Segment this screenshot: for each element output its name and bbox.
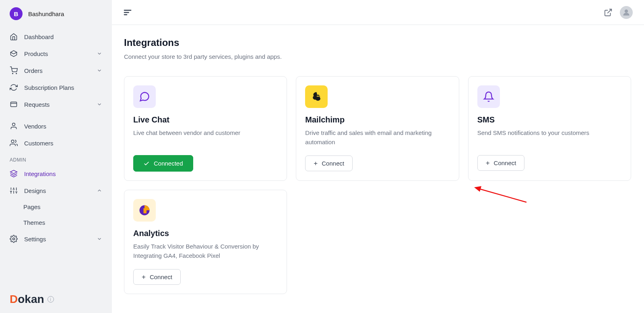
profile-block[interactable]: B Bashundhara [0, 7, 112, 28]
plus-icon: + [314, 160, 318, 167]
button-label: Connect [322, 160, 344, 167]
sidebar-item-subscription-plans[interactable]: Subscription Plans [0, 79, 112, 96]
info-icon[interactable]: i [47, 296, 54, 303]
analytics-icon [133, 199, 156, 222]
svg-point-0 [12, 73, 13, 74]
sidebar-item-integrations[interactable]: Integrations [0, 165, 112, 182]
check-icon [143, 160, 150, 167]
page-title: Integrations [124, 37, 632, 48]
sidebar-item-pages[interactable]: Pages [0, 199, 112, 215]
sidebar-item-label: Subscription Plans [24, 84, 102, 91]
sliders-icon [10, 187, 18, 195]
sidebar-item-vendors[interactable]: Vendors [0, 118, 112, 135]
svg-rect-2 [11, 102, 17, 107]
card-title: Live Chat [133, 115, 278, 124]
brand-logo: Dokan i [10, 293, 54, 306]
page-subtitle: Connect your store to 3rd party services… [124, 53, 632, 60]
integration-card-analytics: Analytics Easily Track Visitor Behaviour… [124, 190, 287, 294]
layers-icon [10, 170, 18, 178]
card-description: Easily Track Visitor Behaviour & Convers… [133, 242, 278, 260]
svg-line-19 [607, 9, 611, 13]
external-link-icon[interactable] [604, 8, 613, 17]
bell-icon [477, 85, 500, 108]
chevron-down-icon [97, 102, 102, 107]
card-description: Live chat between vendor and customer [133, 129, 278, 146]
connect-button[interactable]: + Connect [305, 155, 353, 171]
integration-card-mailchimp: Mailchimp Drive traffic and sales with e… [296, 76, 459, 181]
button-label: Connect [494, 160, 516, 166]
svg-point-4 [11, 140, 14, 143]
home-icon [10, 33, 18, 41]
chevron-down-icon [97, 68, 102, 73]
card-description: Send SMS notifications to your customers [477, 129, 622, 146]
button-label: Connected [154, 160, 183, 167]
svg-marker-5 [10, 170, 17, 174]
sidebar-item-dashboard[interactable]: Dashboard [0, 28, 112, 45]
users-icon [10, 139, 18, 147]
sidebar-item-label: Settings [24, 236, 90, 243]
svg-point-20 [625, 9, 628, 12]
integration-cards: Live Chat Live chat between vendor and c… [124, 76, 631, 294]
sidebar-item-label: Designs [24, 187, 90, 194]
user-icon [10, 122, 18, 130]
sidebar-item-customers[interactable]: Customers [0, 135, 112, 151]
sidebar-item-label: Requests [24, 101, 90, 108]
card-title: SMS [477, 115, 622, 124]
sidebar-section-admin: ADMIN [0, 151, 112, 165]
chat-icon [133, 85, 156, 108]
menu-toggle-icon[interactable] [123, 8, 132, 17]
chevron-down-icon [97, 236, 102, 242]
sidebar-item-themes[interactable]: Themes [0, 215, 112, 230]
integration-card-sms: SMS Send SMS notifications to your custo… [468, 76, 631, 181]
connect-button[interactable]: + Connect [477, 155, 525, 171]
card-description: Drive traffic and sales with email and m… [305, 129, 450, 147]
button-label: Connect [150, 274, 172, 280]
sidebar-item-designs[interactable]: Designs [0, 182, 112, 199]
svg-point-1 [16, 73, 17, 74]
user-avatar-icon[interactable] [620, 6, 633, 19]
mailchimp-icon [305, 85, 328, 108]
sidebar-item-label: Pages [23, 203, 102, 210]
sidebar-item-label: Dashboard [24, 33, 102, 40]
svg-point-22 [318, 95, 320, 97]
refresh-icon [10, 83, 18, 91]
main-content: Integrations Connect your store to 3rd p… [112, 25, 644, 313]
sidebar-item-label: Customers [24, 140, 102, 147]
sidebar-item-label: Integrations [24, 170, 102, 177]
gear-icon [10, 235, 18, 243]
sidebar-item-requests[interactable]: Requests [0, 96, 112, 113]
svg-point-21 [317, 95, 318, 97]
card-title: Analytics [133, 229, 278, 238]
svg-rect-24 [144, 208, 147, 214]
chevron-up-icon [97, 188, 102, 193]
sidebar: B Bashundhara Dashboard Products Orders [0, 0, 112, 313]
sidebar-item-label: Themes [23, 219, 102, 226]
integration-card-live-chat: Live Chat Live chat between vendor and c… [124, 76, 287, 181]
sidebar-nav: Dashboard Products Orders Subscrip [0, 28, 112, 247]
plus-icon: + [486, 160, 490, 166]
chevron-down-icon [97, 51, 102, 56]
cart-icon [10, 66, 18, 75]
connect-button[interactable]: + Connect [133, 269, 181, 285]
inbox-icon [10, 100, 18, 108]
connected-button[interactable]: Connected [133, 155, 193, 172]
sidebar-item-label: Orders [24, 67, 90, 74]
svg-point-15 [13, 238, 15, 240]
sidebar-item-orders[interactable]: Orders [0, 62, 112, 79]
sidebar-item-settings[interactable]: Settings [0, 230, 112, 247]
box-icon [10, 50, 18, 58]
topbar [112, 0, 644, 25]
profile-name: Bashundhara [28, 10, 64, 17]
sidebar-item-label: Vendors [24, 123, 102, 130]
svg-point-3 [12, 123, 15, 126]
sidebar-item-products[interactable]: Products [0, 45, 112, 62]
profile-avatar: B [10, 7, 23, 20]
sidebar-item-label: Products [24, 50, 90, 57]
plus-icon: + [142, 274, 146, 280]
card-title: Mailchimp [305, 115, 450, 124]
